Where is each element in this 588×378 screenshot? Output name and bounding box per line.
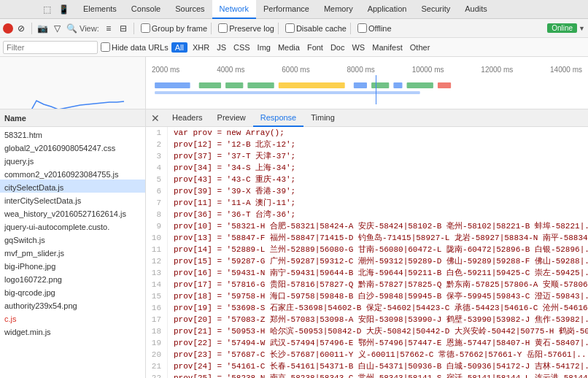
group-by-frame-checkbox[interactable] [141,23,150,33]
disable-cache-checkbox[interactable] [285,23,295,33]
timeline: 2000 ms 4000 ms 6000 ms 8000 ms 10000 ms… [0,57,588,109]
file-item[interactable]: widget.min.js [0,324,145,337]
tab-performance[interactable]: Performance [256,0,317,19]
timeline-label-6: 14000 ms [550,66,582,74]
tab-response[interactable]: Response [253,109,304,127]
file-item[interactable]: jquery.js [0,153,145,166]
line-number: 10 [146,232,168,244]
toolbar-separator-3 [211,23,212,34]
svg-rect-4 [279,82,345,88]
timeline-label-1: 4000 ms [217,66,244,74]
file-item[interactable]: mvf_pm_slider.js [0,245,145,258]
hide-data-urls-group: Hide data URLs [101,42,169,52]
tab-audits[interactable]: Audits [457,0,495,19]
filter-type-ws[interactable]: WS [349,42,367,53]
code-content: prov[15] = '59287-G 广州-59287|59312-C 潮州-… [174,255,588,267]
file-item[interactable]: gqSwitch.js [0,232,145,245]
code-line: 17prov[20] = '57083-Z 郑州-57083|53098-A 安… [146,314,588,325]
main-content: Name 58321.htmglobal2_v20160908054247.cs… [0,109,588,378]
file-item[interactable]: global2_v20160908054247.css [0,140,145,153]
view-list-icon[interactable]: ≡ [102,22,115,35]
camera-icon[interactable]: 📷 [36,22,49,35]
filter-icon[interactable]: ▽ [50,22,63,35]
file-item[interactable]: interCitySelectData.js [0,193,145,206]
svg-rect-10 [155,91,420,94]
online-dropdown-icon[interactable]: ▼ [579,25,585,32]
toolbar-separator-1 [31,23,32,34]
line-number: 20 [146,349,168,360]
toolbar-separator-2 [134,23,134,34]
tab-security[interactable]: Security [414,0,457,19]
filter-type-doc[interactable]: Doc [328,42,347,53]
tab-console[interactable]: Console [124,0,168,19]
line-number: 11 [146,244,168,255]
clear-button[interactable]: ⊘ [15,22,28,35]
disable-cache-label: Disable cache [296,24,347,33]
line-number: 19 [146,337,168,349]
code-line: 13prov[16] = '59431-N 南宁-59431|59644-B 北… [146,267,588,279]
svg-rect-3 [247,82,274,88]
code-content: prov[11] = '11-A 澳门-11'; [174,197,295,209]
inspect-icon[interactable]: ⬚ [41,3,53,16]
filter-type-css[interactable]: CSS [231,42,252,53]
tab-network[interactable]: Network [212,0,256,19]
file-item[interactable]: citySelectData.js [0,180,145,193]
record-button[interactable] [3,23,13,34]
file-item[interactable]: wea_history_v20160527162614.js [0,206,145,219]
svg-rect-0 [155,82,190,88]
preserve-log-checkbox[interactable] [218,23,228,33]
code-line: 7prov[11] = '11-A 澳门-11'; [146,197,588,209]
all-filter-badge[interactable]: All [171,42,187,53]
filter-type-xhr[interactable]: XHR [190,42,212,53]
tab-elements[interactable]: Elements [76,0,124,19]
filter-type-img[interactable]: Img [255,42,273,53]
filter-type-js[interactable]: JS [214,42,228,53]
file-item[interactable]: big-qrcode.jpg [0,285,145,298]
code-content: prov[24] = '54161-C 长春-54161|54371-B 白山-… [174,360,588,372]
file-item[interactable]: common2_v20160923084755.js [0,166,145,180]
hide-data-urls-label: Hide data URLs [112,43,169,52]
sub-tabs: ✕ Headers Preview Response Timing [146,109,588,127]
line-number: 13 [146,267,168,279]
svg-rect-7 [393,82,402,88]
filter-type-media[interactable]: Media [276,42,302,53]
code-line: 11prov[14] = '52889-L 兰州-52889|56080-G 甘… [146,244,588,255]
tab-headers[interactable]: Headers [165,109,210,127]
file-item[interactable]: authority239x54.png [0,298,145,311]
search-icon[interactable]: 🔍 [65,22,78,35]
file-item[interactable]: big-iPhone.jpg [0,258,145,271]
view-large-icon[interactable]: ⊟ [117,22,130,35]
devtools-icons: ⬚ 📱 [36,3,76,16]
tab-application[interactable]: Application [360,0,414,19]
timeline-labels: 2000 ms 4000 ms 6000 ms 8000 ms 10000 ms… [146,64,588,75]
file-item[interactable]: jquery-ui-autocomplete.custo. [0,219,145,232]
filter-type-manifest[interactable]: Manifest [370,42,405,53]
code-content: prov[21] = '50953-H 哈尔滨-50953|50842-D 大庆… [174,325,588,337]
tab-sources[interactable]: Sources [168,0,212,19]
preserve-log-label: Preserve log [229,24,274,33]
timeline-left [0,57,146,109]
close-panel-button[interactable]: ✕ [149,112,162,125]
filter-input[interactable] [3,41,98,54]
line-number: 1 [146,127,168,139]
offline-checkbox[interactable] [357,23,367,33]
filter-type-other[interactable]: Other [408,42,433,53]
file-list-header: Name [0,109,145,127]
filter-type-font[interactable]: Font [305,42,325,53]
tab-memory[interactable]: Memory [317,0,360,19]
code-line: 19prov[22] = '57494-W 武汉-57494|57496-E 鄂… [146,337,588,349]
hide-data-urls-checkbox[interactable] [101,42,110,52]
file-item[interactable]: 58321.htm [0,127,145,140]
devtools-tabs: ⬚ 📱 Elements Console Sources Network Per… [0,0,588,19]
tab-preview[interactable]: Preview [210,109,253,127]
tab-timing[interactable]: Timing [303,109,342,127]
line-number: 2 [146,139,168,150]
line-number: 9 [146,220,168,232]
svg-rect-9 [438,82,451,88]
device-icon[interactable]: 📱 [56,3,71,16]
line-number: 21 [146,360,168,372]
file-item[interactable]: c.js [0,311,145,324]
line-number: 15 [146,290,168,302]
line-number: 8 [146,209,168,220]
file-item[interactable]: logo160722.png [0,271,145,285]
